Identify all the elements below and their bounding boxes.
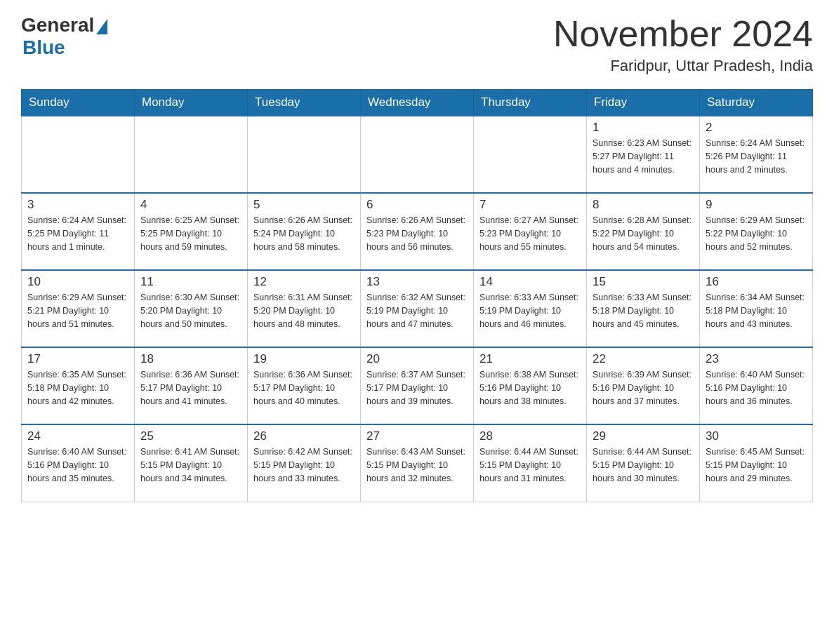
day-info: Sunrise: 6:39 AM Sunset: 5:16 PM Dayligh…: [593, 368, 694, 408]
day-info: Sunrise: 6:26 AM Sunset: 5:23 PM Dayligh…: [366, 214, 468, 253]
day-number: 14: [479, 275, 581, 289]
day-number: 1: [593, 121, 694, 135]
day-info: Sunrise: 6:44 AM Sunset: 5:15 PM Dayligh…: [479, 445, 581, 485]
day-number: 21: [479, 352, 581, 366]
day-info: Sunrise: 6:28 AM Sunset: 5:22 PM Dayligh…: [593, 214, 694, 253]
day-info: Sunrise: 6:41 AM Sunset: 5:15 PM Dayligh…: [140, 445, 241, 485]
day-number: 16: [706, 275, 807, 289]
day-number: 25: [140, 429, 241, 443]
day-info: Sunrise: 6:32 AM Sunset: 5:19 PM Dayligh…: [366, 291, 468, 330]
day-info: Sunrise: 6:29 AM Sunset: 5:22 PM Dayligh…: [706, 214, 807, 253]
weekday-header-row: SundayMondayTuesdayWednesdayThursdayFrid…: [22, 90, 813, 116]
day-number: 24: [27, 429, 128, 443]
calendar-cell: [135, 116, 248, 193]
day-number: 18: [140, 352, 241, 366]
day-number: 10: [27, 275, 128, 289]
day-number: 4: [140, 198, 241, 212]
weekday-header-saturday: Saturday: [700, 90, 813, 116]
calendar-cell: 11Sunrise: 6:30 AM Sunset: 5:20 PM Dayli…: [135, 270, 248, 347]
day-number: 29: [593, 429, 694, 443]
day-number: 2: [706, 121, 807, 135]
day-info: Sunrise: 6:36 AM Sunset: 5:17 PM Dayligh…: [253, 368, 355, 408]
calendar-cell: 8Sunrise: 6:28 AM Sunset: 5:22 PM Daylig…: [587, 193, 700, 270]
week-row-4: 17Sunrise: 6:35 AM Sunset: 5:18 PM Dayli…: [22, 347, 813, 424]
calendar-cell: 30Sunrise: 6:45 AM Sunset: 5:15 PM Dayli…: [700, 424, 813, 502]
day-info: Sunrise: 6:25 AM Sunset: 5:25 PM Dayligh…: [140, 214, 241, 253]
day-number: 30: [706, 429, 807, 443]
calendar-cell: 17Sunrise: 6:35 AM Sunset: 5:18 PM Dayli…: [22, 347, 135, 424]
calendar-cell: 25Sunrise: 6:41 AM Sunset: 5:15 PM Dayli…: [135, 424, 248, 502]
week-row-3: 10Sunrise: 6:29 AM Sunset: 5:21 PM Dayli…: [22, 270, 813, 347]
day-number: 28: [479, 429, 581, 443]
calendar-cell: 28Sunrise: 6:44 AM Sunset: 5:15 PM Dayli…: [474, 424, 587, 502]
calendar-cell: 29Sunrise: 6:44 AM Sunset: 5:15 PM Dayli…: [587, 424, 700, 502]
day-info: Sunrise: 6:27 AM Sunset: 5:23 PM Dayligh…: [479, 214, 581, 253]
day-number: 20: [366, 352, 468, 366]
logo-general-text: General: [21, 14, 94, 36]
calendar-subtitle: Faridpur, Uttar Pradesh, India: [553, 57, 813, 75]
day-number: 22: [593, 352, 694, 366]
calendar-cell: 14Sunrise: 6:33 AM Sunset: 5:19 PM Dayli…: [474, 270, 587, 347]
calendar-cell: 16Sunrise: 6:34 AM Sunset: 5:18 PM Dayli…: [700, 270, 813, 347]
day-number: 23: [706, 352, 807, 366]
day-number: 19: [253, 352, 355, 366]
day-number: 9: [706, 198, 807, 212]
calendar-table: SundayMondayTuesdayWednesdayThursdayFrid…: [21, 89, 813, 502]
calendar-title: November 2024: [553, 14, 813, 54]
day-info: Sunrise: 6:43 AM Sunset: 5:15 PM Dayligh…: [366, 445, 468, 485]
weekday-header-friday: Friday: [587, 90, 700, 116]
calendar-cell: 10Sunrise: 6:29 AM Sunset: 5:21 PM Dayli…: [22, 270, 135, 347]
day-info: Sunrise: 6:38 AM Sunset: 5:16 PM Dayligh…: [479, 368, 581, 408]
week-row-5: 24Sunrise: 6:40 AM Sunset: 5:16 PM Dayli…: [22, 424, 813, 502]
calendar-cell: 20Sunrise: 6:37 AM Sunset: 5:17 PM Dayli…: [361, 347, 474, 424]
day-info: Sunrise: 6:34 AM Sunset: 5:18 PM Dayligh…: [706, 291, 807, 330]
day-info: Sunrise: 6:36 AM Sunset: 5:17 PM Dayligh…: [140, 368, 241, 408]
calendar-cell: 24Sunrise: 6:40 AM Sunset: 5:16 PM Dayli…: [22, 424, 135, 502]
calendar-cell: 5Sunrise: 6:26 AM Sunset: 5:24 PM Daylig…: [248, 193, 361, 270]
day-info: Sunrise: 6:40 AM Sunset: 5:16 PM Dayligh…: [706, 368, 807, 408]
day-info: Sunrise: 6:42 AM Sunset: 5:15 PM Dayligh…: [253, 445, 355, 485]
day-number: 15: [593, 275, 694, 289]
calendar-cell: [474, 116, 587, 193]
logo-triangle-icon: [96, 19, 107, 34]
day-info: Sunrise: 6:23 AM Sunset: 5:27 PM Dayligh…: [593, 137, 694, 176]
weekday-header-tuesday: Tuesday: [248, 90, 361, 116]
day-info: Sunrise: 6:37 AM Sunset: 5:17 PM Dayligh…: [366, 368, 468, 408]
day-info: Sunrise: 6:33 AM Sunset: 5:18 PM Dayligh…: [593, 291, 694, 330]
calendar-cell: 19Sunrise: 6:36 AM Sunset: 5:17 PM Dayli…: [248, 347, 361, 424]
day-number: 17: [27, 352, 128, 366]
calendar-cell: 15Sunrise: 6:33 AM Sunset: 5:18 PM Dayli…: [587, 270, 700, 347]
day-info: Sunrise: 6:44 AM Sunset: 5:15 PM Dayligh…: [593, 445, 694, 485]
day-number: 7: [479, 198, 581, 212]
weekday-header-sunday: Sunday: [22, 90, 135, 116]
day-number: 3: [27, 198, 128, 212]
day-number: 27: [366, 429, 468, 443]
day-info: Sunrise: 6:29 AM Sunset: 5:21 PM Dayligh…: [27, 291, 128, 330]
calendar-header: SundayMondayTuesdayWednesdayThursdayFrid…: [22, 90, 813, 116]
day-number: 5: [253, 198, 355, 212]
day-info: Sunrise: 6:26 AM Sunset: 5:24 PM Dayligh…: [253, 214, 355, 253]
weekday-header-thursday: Thursday: [474, 90, 587, 116]
calendar-cell: 7Sunrise: 6:27 AM Sunset: 5:23 PM Daylig…: [474, 193, 587, 270]
calendar-cell: 6Sunrise: 6:26 AM Sunset: 5:23 PM Daylig…: [361, 193, 474, 270]
calendar-cell: 18Sunrise: 6:36 AM Sunset: 5:17 PM Dayli…: [135, 347, 248, 424]
calendar-cell: 13Sunrise: 6:32 AM Sunset: 5:19 PM Dayli…: [361, 270, 474, 347]
week-row-1: 1Sunrise: 6:23 AM Sunset: 5:27 PM Daylig…: [22, 116, 813, 193]
day-info: Sunrise: 6:33 AM Sunset: 5:19 PM Dayligh…: [479, 291, 581, 330]
day-info: Sunrise: 6:45 AM Sunset: 5:15 PM Dayligh…: [706, 445, 807, 485]
calendar-cell: 3Sunrise: 6:24 AM Sunset: 5:25 PM Daylig…: [22, 193, 135, 270]
day-info: Sunrise: 6:30 AM Sunset: 5:20 PM Dayligh…: [140, 291, 241, 330]
calendar-cell: [248, 116, 361, 193]
day-info: Sunrise: 6:31 AM Sunset: 5:20 PM Dayligh…: [253, 291, 355, 330]
calendar-cell: 1Sunrise: 6:23 AM Sunset: 5:27 PM Daylig…: [587, 116, 700, 193]
day-info: Sunrise: 6:24 AM Sunset: 5:25 PM Dayligh…: [27, 214, 128, 253]
title-block: November 2024 Faridpur, Uttar Pradesh, I…: [553, 14, 813, 75]
day-number: 6: [366, 198, 468, 212]
day-info: Sunrise: 6:40 AM Sunset: 5:16 PM Dayligh…: [27, 445, 128, 485]
day-number: 26: [253, 429, 355, 443]
calendar-cell: 12Sunrise: 6:31 AM Sunset: 5:20 PM Dayli…: [248, 270, 361, 347]
calendar-body: 1Sunrise: 6:23 AM Sunset: 5:27 PM Daylig…: [22, 116, 813, 502]
page-header: General Blue November 2024 Faridpur, Utt…: [21, 14, 813, 75]
calendar-cell: 27Sunrise: 6:43 AM Sunset: 5:15 PM Dayli…: [361, 424, 474, 502]
calendar-cell: 26Sunrise: 6:42 AM Sunset: 5:15 PM Dayli…: [248, 424, 361, 502]
